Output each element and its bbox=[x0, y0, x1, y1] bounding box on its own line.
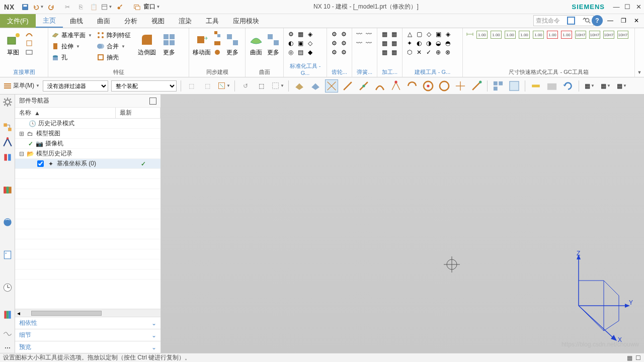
mod4-icon[interactable]: ▣ bbox=[434, 30, 442, 38]
refresh-icon[interactable] bbox=[561, 79, 575, 93]
std6-icon[interactable]: ◇ bbox=[306, 39, 314, 47]
tab-curve[interactable]: 曲线 bbox=[63, 14, 90, 28]
sketch-button[interactable]: 草图 bbox=[3, 30, 23, 58]
mod1-icon[interactable]: △ bbox=[406, 30, 414, 38]
mach6-icon[interactable]: ▦ bbox=[390, 48, 398, 56]
mod2-icon[interactable]: ▢ bbox=[415, 30, 423, 38]
section-dependency[interactable]: 相依性⌄ bbox=[15, 317, 160, 329]
file-menu[interactable]: 文件(F) bbox=[0, 14, 36, 28]
std4-icon[interactable]: ◐ bbox=[287, 39, 295, 47]
status-icon2[interactable]: ☐ bbox=[635, 354, 641, 361]
tree-history-mode[interactable]: 🕓历史记录模式 bbox=[15, 119, 160, 129]
spring2-icon[interactable]: 〰 bbox=[365, 30, 373, 38]
mod6-icon[interactable]: ✦ bbox=[406, 39, 414, 47]
sync-more-button[interactable]: 更多 bbox=[223, 30, 243, 58]
gear1-icon[interactable]: ⚙ bbox=[330, 30, 338, 38]
surface-button[interactable]: 曲面 bbox=[249, 30, 264, 58]
fullscreen-icon[interactable] bbox=[566, 15, 577, 26]
dim-7[interactable]: 1.00 bbox=[561, 31, 572, 39]
sel8-icon[interactable] bbox=[309, 79, 322, 93]
minimize-button[interactable]: — bbox=[611, 2, 622, 13]
std8-icon[interactable]: ▤ bbox=[296, 48, 304, 56]
group-std-title[interactable]: 标准化工具 - G... bbox=[287, 61, 324, 77]
constraint-nav-icon[interactable] bbox=[2, 152, 13, 163]
dim-10[interactable]: 10H7 bbox=[603, 31, 614, 39]
snap1-icon[interactable] bbox=[341, 79, 354, 93]
paste-icon[interactable]: 📋 bbox=[88, 2, 99, 13]
tree-model-views[interactable]: ⊞🗀模型视图 bbox=[15, 129, 160, 139]
tree-datum-csys[interactable]: ✦基准坐标系 (0) ✓ bbox=[15, 159, 160, 169]
surface-more-button[interactable]: 更多 bbox=[266, 30, 281, 58]
tab-surface[interactable]: 曲面 bbox=[90, 14, 117, 28]
sel7-icon[interactable] bbox=[293, 79, 306, 93]
ribbon-overflow-icon[interactable]: ▼ bbox=[637, 70, 642, 75]
sketch-rect-icon[interactable] bbox=[25, 48, 33, 56]
part-nav-icon[interactable] bbox=[2, 122, 13, 133]
group-gear-title[interactable]: 齿轮... bbox=[330, 67, 349, 77]
selection-filter[interactable]: 没有选择过滤器 bbox=[43, 80, 108, 92]
feature-more-button[interactable]: 更多 bbox=[159, 30, 179, 58]
sel2-icon[interactable]: ⬚ bbox=[201, 79, 214, 93]
mod8-icon[interactable]: ◑ bbox=[425, 39, 433, 47]
assembly-nav-icon[interactable] bbox=[2, 137, 13, 148]
reuse-lib-icon[interactable] bbox=[2, 185, 13, 196]
collapse-ribbon-icon[interactable]: ⌃ bbox=[579, 15, 590, 26]
assembly-filter[interactable]: 整个装配 bbox=[111, 80, 177, 92]
group-spring-title[interactable]: 弹簧... bbox=[355, 67, 374, 77]
analysis-icon[interactable] bbox=[545, 79, 558, 93]
tab-view[interactable]: 视图 bbox=[144, 14, 172, 28]
inner-close[interactable]: ✕ bbox=[631, 15, 642, 26]
dim-4[interactable]: 1.00 bbox=[519, 31, 530, 39]
snap2-icon[interactable] bbox=[357, 79, 370, 93]
gear2-icon[interactable]: ⚙ bbox=[340, 30, 348, 38]
dim-3[interactable]: 1.00 bbox=[505, 31, 516, 39]
mod9-icon[interactable]: ◒ bbox=[434, 39, 442, 47]
mod13-icon[interactable]: ✓ bbox=[425, 48, 433, 56]
close-button[interactable]: ✕ bbox=[633, 2, 644, 13]
dim-2[interactable]: 1.00 bbox=[491, 31, 502, 39]
snap4-icon[interactable] bbox=[389, 79, 403, 93]
gear-icon[interactable] bbox=[2, 97, 13, 108]
view2-icon[interactable] bbox=[508, 79, 521, 93]
grid2-icon[interactable]: ▦▼ bbox=[599, 79, 612, 93]
dim-1[interactable]: 1.00 bbox=[476, 31, 488, 39]
tab-application[interactable]: 应用模块 bbox=[226, 14, 266, 28]
gear3-icon[interactable]: ⚙ bbox=[330, 39, 338, 47]
std3-icon[interactable]: ◈ bbox=[306, 30, 314, 38]
group-sketch-title[interactable]: 直接草图 bbox=[3, 67, 45, 77]
sync1-icon[interactable] bbox=[213, 30, 221, 38]
tab-home[interactable]: 主页 bbox=[36, 14, 63, 28]
unite-button[interactable]: 合并▼ bbox=[97, 41, 135, 51]
menu-button[interactable]: 菜单(M)▼ bbox=[3, 81, 40, 90]
tab-render[interactable]: 渲染 bbox=[172, 14, 199, 28]
spring4-icon[interactable]: 〰 bbox=[365, 39, 373, 47]
col-latest[interactable]: 最新 bbox=[116, 108, 160, 118]
mach2-icon[interactable]: ▦ bbox=[390, 30, 398, 38]
dim-8[interactable]: 10H7 bbox=[575, 31, 586, 39]
sel4-icon[interactable]: ↺ bbox=[239, 79, 252, 93]
snap5-icon[interactable] bbox=[406, 79, 419, 93]
history-icon[interactable] bbox=[2, 249, 13, 260]
mach4-icon[interactable]: ▦ bbox=[390, 39, 398, 47]
window-dropdown-label[interactable]: 窗口 bbox=[143, 3, 155, 11]
inner-restore[interactable]: ❐ bbox=[618, 15, 629, 26]
mach5-icon[interactable]: ▦ bbox=[380, 48, 388, 56]
snap-toggle-icon[interactable] bbox=[325, 79, 338, 93]
col-name[interactable]: 名称 ▲ bbox=[15, 108, 116, 118]
spring3-icon[interactable]: 〰 bbox=[355, 39, 363, 47]
tree-cameras[interactable]: ✓📷摄像机 bbox=[15, 139, 160, 149]
mod11-icon[interactable]: ⬡ bbox=[406, 48, 414, 56]
extrude-button[interactable]: 拉伸▼ bbox=[51, 41, 95, 51]
datum-plane-button[interactable]: 基准平面▼ bbox=[51, 30, 95, 40]
view1-icon[interactable] bbox=[492, 79, 505, 93]
dim-tool1[interactable] bbox=[466, 30, 474, 38]
wave-icon[interactable] bbox=[2, 328, 13, 339]
dim-11[interactable]: 10H7 bbox=[617, 31, 628, 39]
touch-icon[interactable] bbox=[114, 2, 125, 13]
mod15-icon[interactable]: ⊗ bbox=[444, 48, 452, 56]
status-icon1[interactable]: ▦ bbox=[627, 354, 632, 361]
tab-tools[interactable]: 工具 bbox=[199, 14, 226, 28]
std7-icon[interactable]: ◎ bbox=[287, 48, 295, 56]
sel6-icon[interactable]: ▼ bbox=[271, 79, 284, 93]
maximize-button[interactable]: ☐ bbox=[622, 2, 633, 13]
